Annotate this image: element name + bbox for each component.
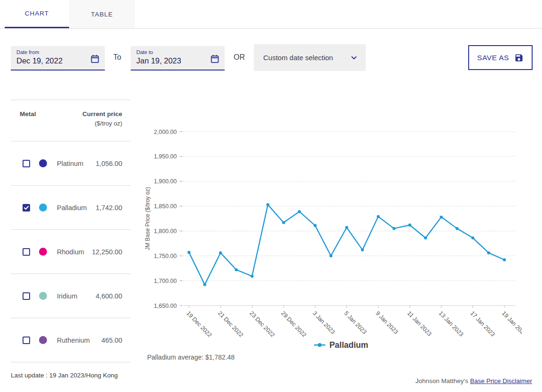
svg-text:29 Dec 2022: 29 Dec 2022 [280,310,307,338]
disclaimer-line: Johnson Matthey'sBase Price Disclaimer [416,377,532,384]
rhodium-color-dot [39,248,47,256]
svg-text:1,650.00: 1,650.00 [154,303,177,309]
metal-name: Iridium [57,292,78,300]
custom-date-selection-value: Custom date selection [263,54,350,62]
metal-column-header: Metal [20,110,36,141]
chevron-down-icon [350,54,358,62]
metal-price: 1,056.00 [96,160,122,167]
metals-panel: Metal Current price ($/troy oz) Platinum… [11,100,131,362]
metal-name: Platinum [57,160,83,167]
date-from-label: Date from [16,49,99,55]
metal-price: 4,600.00 [96,292,122,300]
date-to-label: Date to [136,49,219,55]
rhodium-checkbox[interactable] [23,248,30,256]
svg-text:1,950.00: 1,950.00 [154,153,177,160]
svg-text:1,800.00: 1,800.00 [154,228,177,235]
svg-text:3 Jan 2023: 3 Jan 2023 [311,310,336,335]
to-connector-label: To [113,53,121,62]
platinum-color-dot [39,159,47,167]
metal-name: Palladium [57,204,87,212]
legend-marker-icon [314,342,326,348]
svg-text:1,850.00: 1,850.00 [154,203,177,210]
palladium-average-text: Palladium average: $1,782.48 [147,353,235,361]
metal-price: 12,250.00 [92,248,122,256]
calendar-icon[interactable] [90,54,100,64]
svg-text:21 Dec 2022: 21 Dec 2022 [217,310,244,338]
view-tabs: CHART TABLE [0,0,542,29]
iridium-color-dot [39,292,47,300]
calendar-icon[interactable] [210,54,220,64]
attribution-text: Johnson Matthey's [416,377,468,384]
svg-text:5 Jan 2023: 5 Jan 2023 [343,310,368,335]
tab-chart[interactable]: CHART [5,0,69,28]
date-from-value: Dec 19, 2022 [16,56,99,65]
metal-row-platinum[interactable]: Platinum 1,056.00 [11,141,131,186]
metal-prices-page: CHART TABLE Date from Dec 19, 2022 To Da… [0,0,542,392]
metal-row-ruthenium[interactable]: Ruthenium 465.00 [11,318,131,362]
svg-text:1,900.00: 1,900.00 [154,178,177,185]
save-as-button[interactable]: SAVE AS [468,45,533,70]
date-from-field[interactable]: Date from Dec 19, 2022 [11,46,105,71]
or-connector-label: OR [234,53,245,62]
svg-text:1,700.00: 1,700.00 [154,278,177,284]
ruthenium-checkbox[interactable] [23,337,30,344]
metal-name: Ruthenium [57,337,90,344]
svg-text:9 Jan 2023: 9 Jan 2023 [374,310,399,335]
tab-table[interactable]: TABLE [69,0,135,28]
price-column-header: Current price [82,110,122,118]
save-icon [514,53,524,63]
metal-row-iridium[interactable]: Iridium 4,600.00 [11,274,131,318]
palladium-price-chart: 2,000.001,950.001,900.001,850.001,800.00… [141,120,522,341]
price-column-unit: ($/troy oz) [82,120,122,127]
custom-date-selection-dropdown[interactable]: Custom date selection [254,44,366,71]
date-to-value: Jan 19, 2023 [136,56,219,65]
iridium-checkbox[interactable] [23,292,30,300]
metal-price: 465.00 [102,337,122,344]
svg-text:17 Jan 2023: 17 Jan 2023 [469,310,496,337]
palladium-checkbox[interactable] [23,204,30,212]
metal-price: 1,742.00 [96,204,122,212]
svg-text:JM Base Price ($/troy oz): JM Base Price ($/troy oz) [144,187,151,251]
legend-item-palladium[interactable]: Palladium [291,339,390,351]
palladium-color-dot [39,204,47,212]
legend-label: Palladium [330,340,369,350]
svg-text:11 Jan 2023: 11 Jan 2023 [406,310,433,337]
metal-row-rhodium[interactable]: Rhodium 12,250.00 [11,230,131,274]
save-as-label: SAVE AS [477,54,509,62]
svg-text:19 Jan 2023: 19 Jan 2023 [501,310,522,337]
svg-text:13 Jan 2023: 13 Jan 2023 [438,310,465,337]
metal-row-palladium[interactable]: Palladium 1,742.00 [11,186,131,230]
last-update-text: Last update : 19 Jan 2023/Hong Kong [11,372,118,379]
date-to-field[interactable]: Date to Jan 19, 2023 [131,46,225,71]
ruthenium-color-dot [39,336,47,344]
platinum-checkbox[interactable] [23,160,30,167]
svg-text:23 Dec 2022: 23 Dec 2022 [248,310,276,338]
svg-text:1,750.00: 1,750.00 [154,253,177,259]
svg-text:19 Dec 2022: 19 Dec 2022 [185,310,213,338]
metal-name: Rhodium [57,248,84,256]
metals-header: Metal Current price ($/troy oz) [11,100,131,141]
base-price-disclaimer-link[interactable]: Base Price Disclaimer [470,377,532,384]
svg-text:2,000.00: 2,000.00 [154,129,177,135]
